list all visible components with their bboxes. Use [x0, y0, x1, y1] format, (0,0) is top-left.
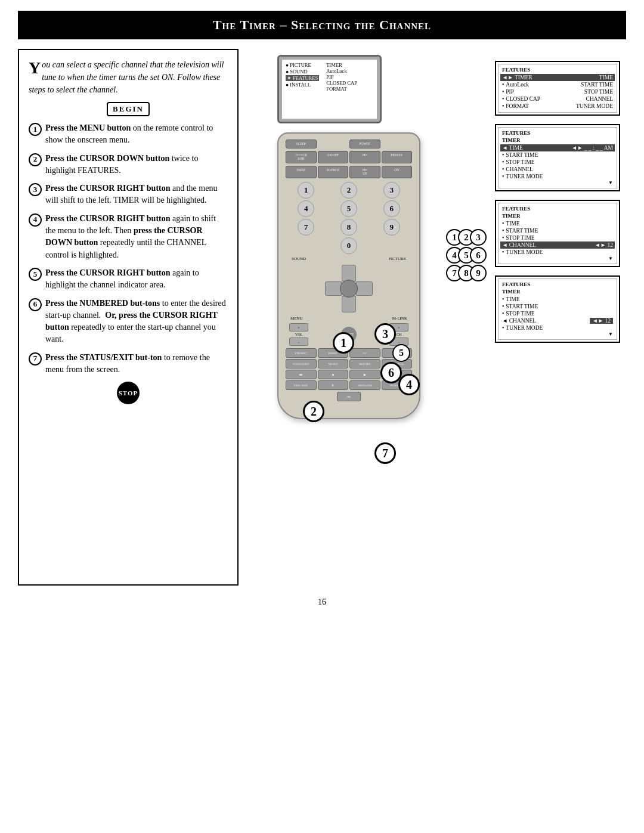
pause-button[interactable]: ⏸: [318, 380, 349, 390]
menu-label: MENU: [290, 316, 303, 321]
intro-text: You can select a specific channel that t…: [29, 58, 228, 96]
step-callout-1: 1: [333, 332, 354, 354]
step-4: 4 Press the CURSOR RIGHT button again to…: [29, 213, 228, 261]
timer-menu-channel: FEATURES TIMER TIME START TIME STOP TIME…: [495, 200, 620, 267]
num-spacer2: [383, 237, 400, 254]
step-callout-3: 3: [374, 323, 396, 345]
video-button[interactable]: VIDEO: [318, 359, 349, 368]
num-7-button[interactable]: 7: [298, 219, 314, 236]
num-4-button[interactable]: 4: [298, 200, 314, 217]
cursor-right-button[interactable]: [356, 281, 373, 296]
step-callout-5: 5: [392, 344, 410, 362]
right-panel: ● PICTURE ● SOUND ✦ FEATURES ● INSTALL T…: [244, 49, 626, 586]
stop-badge: STOP: [117, 382, 140, 404]
instruction-panel: You can select a specific channel that t…: [18, 49, 239, 586]
vol-label: VOL: [289, 333, 308, 336]
step-7: 7 Press the STATUS/EXIT but-ton to remov…: [29, 352, 228, 376]
num-5-button[interactable]: 5: [340, 200, 357, 217]
nav-cross: [325, 265, 373, 312]
num-1-button[interactable]: 1: [298, 182, 314, 199]
movies-button[interactable]: MOVIES: [349, 359, 380, 368]
channel-value-highlight: ◄► 12: [590, 318, 613, 324]
small-callout-6: 6: [470, 247, 487, 264]
stop-btn[interactable]: ■: [318, 370, 349, 379]
small-callout-3: 3: [470, 229, 487, 246]
step-callout-2: 2: [303, 401, 324, 422]
step-callout-6: 6: [380, 362, 402, 383]
tv-screen-thumbnail: ● PICTURE ● SOUND ✦ FEATURES ● INSTALL T…: [277, 55, 382, 123]
num-2-button[interactable]: 2: [340, 182, 357, 199]
pip-up-button[interactable]: PIPUP: [349, 166, 380, 178]
sleep-button[interactable]: SLEEP: [286, 140, 317, 148]
source-button[interactable]: SOURCE: [318, 166, 349, 178]
power-button[interactable]: POWER: [349, 140, 380, 148]
mlink-label: M-LINK: [392, 316, 407, 321]
freeze-button[interactable]: FREEZE: [382, 151, 413, 163]
page-title: The Timer – Selecting the Channel: [18, 11, 626, 39]
step-6: 6 Press the NUMBERED but-tons to enter t…: [29, 298, 228, 346]
step-5: 5 Press the CURSOR RIGHT button again to…: [29, 267, 228, 292]
prog-sure-button[interactable]: PROG. SURE: [286, 380, 317, 390]
pip-button[interactable]: PIP: [349, 151, 380, 163]
on-button[interactable]: ON: [382, 166, 413, 178]
spacer-btn1: [318, 140, 349, 148]
step-2: 2 Press the CURSOR DOWN button twice to …: [29, 153, 228, 177]
vol-down-button[interactable]: −: [289, 337, 308, 346]
ok-button[interactable]: OK: [337, 392, 361, 401]
menu-column: FEATURES ◄► TIMERTIME AutoLockSTART TIME…: [495, 61, 620, 343]
page-number: 16: [0, 597, 644, 619]
step-1: 1 Press the MENU button on the remote co…: [29, 122, 228, 147]
begin-badge: BEGIN: [107, 102, 150, 116]
features-menu-timer: FEATURES ◄► TIMERTIME AutoLockSTART TIME…: [495, 61, 620, 116]
itr-rec-button[interactable]: ITR-REC: [286, 348, 317, 358]
nav-center: [340, 280, 358, 298]
cursor-left-button[interactable]: [325, 281, 342, 296]
step-callout-4: 4: [398, 374, 420, 395]
drop-cap: Y: [29, 60, 41, 76]
cursor-down-button[interactable]: [342, 296, 356, 312]
step-callout-7: 7: [374, 442, 396, 464]
rewind-button[interactable]: ⏮: [286, 370, 317, 379]
cursor-up-button[interactable]: [342, 265, 356, 281]
channel-row-highlighted: ◄ CHANNEL◄► 12: [500, 241, 615, 249]
spacer-btn2: [382, 140, 413, 148]
open-close-button[interactable]: OPEN/CLOSE: [349, 380, 380, 390]
num-3-button[interactable]: 3: [383, 182, 400, 199]
num-8-button[interactable]: 8: [340, 219, 357, 236]
num-9-button[interactable]: 9: [383, 219, 400, 236]
num-spacer: [298, 237, 314, 254]
picture-label: PICTURE: [389, 256, 406, 261]
sound-label: SOUND: [292, 256, 306, 261]
num-0-button[interactable]: 0: [340, 237, 357, 254]
step-3: 3 Press the CURSOR RIGHT button and the …: [29, 182, 228, 207]
timer-menu-channel-value: FEATURES TIMER TIME START TIME STOP TIME…: [495, 275, 620, 343]
play-button[interactable]: ▶: [349, 370, 380, 379]
swap-button[interactable]: SWAP: [286, 166, 317, 178]
num-6-button[interactable]: 6: [383, 200, 400, 217]
small-callout-9: 9: [470, 265, 487, 281]
vol-up-button[interactable]: +: [289, 323, 308, 332]
status-exit-button[interactable]: STATUS/EXIT: [286, 359, 317, 368]
tvvcr-button[interactable]: TV/VCRAOH: [286, 151, 317, 163]
cc-button[interactable]: CC: [349, 348, 380, 358]
onoff-button[interactable]: ON/OFF: [318, 151, 349, 163]
timer-menu-time: FEATURES TIMER ◄ TIME◄► _ _ : _ _ AM STA…: [495, 124, 620, 191]
